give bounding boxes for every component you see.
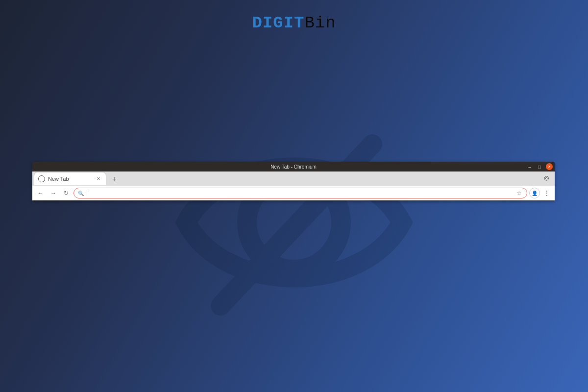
new-tab-button[interactable]: + (109, 173, 120, 184)
tab-favicon-icon (38, 175, 45, 182)
text-caret (87, 190, 87, 196)
window-titlebar[interactable]: New Tab - Chromium – □ × (32, 162, 555, 172)
bookmark-star-icon[interactable]: ☆ (516, 190, 523, 196)
site-logo: DIGITBin (252, 14, 336, 32)
window-close-button[interactable]: × (546, 163, 553, 170)
eye-crossed-icon (167, 95, 421, 352)
profile-button[interactable]: 👤 (529, 188, 540, 198)
search-icon: 🔍 (78, 191, 84, 196)
browser-menu-button[interactable]: ⋮ (542, 188, 552, 198)
tab-strip: New Tab × + ◎ (32, 172, 555, 185)
reload-icon: ↻ (64, 190, 69, 196)
address-input[interactable] (90, 189, 514, 197)
window-maximize-button[interactable]: □ (536, 163, 543, 170)
arrow-right-icon: → (50, 190, 56, 196)
logo-part-digit: DIGIT (252, 14, 304, 32)
profile-icon: 👤 (532, 191, 538, 196)
back-button[interactable]: ← (35, 188, 46, 198)
address-bar[interactable]: 🔍 ☆ (74, 188, 527, 198)
extensions-icon: ◎ (544, 174, 549, 181)
window-controls: – □ × (526, 162, 553, 172)
kebab-menu-icon: ⋮ (543, 189, 550, 197)
window-title: New Tab - Chromium (270, 164, 317, 170)
tab-title: New Tab (48, 176, 92, 182)
arrow-left-icon: ← (38, 190, 44, 196)
window-minimize-button[interactable]: – (526, 163, 533, 170)
page-background: DIGITBin New Tab - Chromium – □ × New Ta… (0, 0, 588, 392)
forward-button[interactable]: → (48, 188, 59, 198)
browser-toolbar: ← → ↻ 🔍 ☆ 👤 ⋮ (32, 185, 555, 200)
extensions-button[interactable]: ◎ (542, 173, 551, 182)
browser-window: New Tab - Chromium – □ × New Tab × + ◎ ← (32, 162, 555, 200)
browser-tab[interactable]: New Tab × (34, 172, 106, 185)
logo-part-bin: Bin (304, 14, 336, 32)
reload-button[interactable]: ↻ (61, 188, 72, 198)
tab-close-button[interactable]: × (95, 175, 102, 182)
